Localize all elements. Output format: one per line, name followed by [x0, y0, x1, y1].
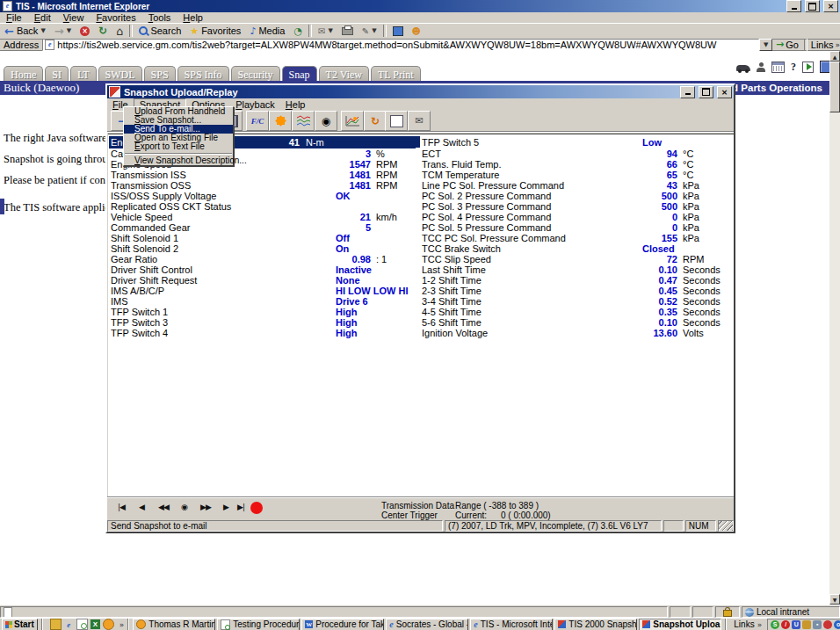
shield-icon[interactable]: U	[792, 620, 800, 629]
fc-toggle-toolbar-button[interactable]: F/C	[246, 111, 269, 131]
rewind-button[interactable]: ◀◀	[158, 503, 169, 511]
menu-tools[interactable]: Tools	[142, 12, 177, 23]
param-row-vehicle-speed[interactable]: Vehicle Speed21km/h	[109, 212, 416, 222]
task-button-procedure-for-taking-sn[interactable]: WProcedure for Taking Sn...	[301, 619, 384, 630]
task-button-tis-microsoft-internet[interactable]: eTIS - Microsoft Internet ...	[470, 619, 553, 630]
close-button[interactable]: ×	[823, 0, 838, 12]
param-row-shift-solenoid-2[interactable]: Shift Solenoid 2On	[109, 243, 416, 254]
param-row-tcc-pc-sol-pressure-command[interactable]: TCC PC Sol. Pressure Command155kPa	[416, 233, 732, 243]
param-row-tcc-brake-switch[interactable]: TCC Brake SwitchClosed	[416, 243, 732, 254]
task-button-testing-procedures[interactable]: Testing Procedures	[217, 619, 300, 630]
links-chevron-icon[interactable]: »	[835, 40, 840, 49]
scroll-down-icon[interactable]: ▼	[829, 594, 840, 605]
network-icon[interactable]: ▪	[813, 620, 822, 629]
print-button[interactable]	[337, 24, 358, 38]
start-button[interactable]: Start	[2, 619, 38, 630]
param-row-pc-sol-3-pressure-command[interactable]: PC Sol. 3 Pressure Command500kPa	[416, 201, 732, 212]
window-menu-help[interactable]: Help	[280, 99, 311, 110]
step-back-button[interactable]: ◀	[139, 503, 144, 511]
center-trigger-button[interactable]: ◉	[181, 503, 187, 511]
mail-button[interactable]: ✉▼	[314, 24, 337, 38]
help-icon[interactable]: ?	[791, 61, 796, 74]
param-row-ignition-voltage[interactable]: Ignition Voltage13.60Volts	[416, 328, 732, 338]
minimize-button[interactable]	[786, 0, 801, 12]
frame-toolbar-button[interactable]	[385, 111, 408, 131]
scroll-up-icon[interactable]: ▲	[829, 51, 840, 62]
step-forward-button[interactable]: ▶	[223, 503, 228, 511]
param-row-4-5-shift-time[interactable]: 4-5 Shift Time0.35Seconds	[416, 307, 732, 317]
seek-end-button[interactable]: ▶|	[237, 503, 244, 511]
replay-toolbar-button[interactable]: ↻	[364, 111, 387, 131]
mail-icon[interactable]	[50, 619, 62, 630]
waveform-toolbar-button[interactable]	[292, 111, 315, 131]
alert-icon[interactable]	[823, 620, 832, 629]
param-row-driver-shift-control[interactable]: Driver Shift ControlInactive	[109, 264, 416, 275]
chart-toolbar-button[interactable]	[341, 111, 364, 131]
param-row-tcm-temperature[interactable]: TCM Temperature65°C	[416, 170, 732, 180]
history-button[interactable]: ◔	[289, 24, 307, 38]
discuss-button[interactable]	[388, 24, 408, 38]
param-row-5-6-shift-time[interactable]: 5-6 Shift Time0.10Seconds	[416, 317, 732, 328]
param-row-replicated-oss-ckt-status[interactable]: Replicated OSS CKT Status	[109, 201, 416, 212]
messenger-button[interactable]: ☻	[408, 24, 425, 38]
address-input[interactable]: e https://tis2web.service.gm.com/tis2web…	[42, 39, 759, 51]
param-row-pc-sol-4-pressure-command[interactable]: PC Sol. 4 Pressure Command0kPa	[416, 212, 732, 222]
favorites-button[interactable]: ★Favorites	[185, 24, 245, 38]
scrollbar-thumb[interactable]	[829, 62, 840, 112]
task-button-thomas-r-martin-inbox[interactable]: Thomas R Martin - Inbox...	[133, 619, 215, 630]
home-button[interactable]: ⌂	[112, 24, 127, 38]
param-row-pc-sol-5-pressure-command[interactable]: PC Sol. 5 Pressure Command0kPa	[416, 222, 732, 233]
param-row-gear-ratio[interactable]: Gear Ratio0.98: 1	[109, 254, 416, 264]
menu-view[interactable]: View	[57, 12, 91, 23]
param-row-ect[interactable]: ECT94°C	[416, 148, 732, 159]
forward-arrow-button[interactable]: →▼	[50, 24, 76, 38]
menu-favorites[interactable]: Favorites	[90, 12, 141, 23]
task-button-tis-2000-snapshot-uplo[interactable]: TIS 2000 Snapshot Uplo...	[554, 619, 637, 630]
maximize-button[interactable]	[805, 0, 820, 12]
wheel-toolbar-button[interactable]: ◉	[315, 111, 337, 131]
menu-help[interactable]: Help	[177, 12, 209, 23]
ie-icon[interactable]: e	[64, 619, 74, 629]
sync-icon[interactable]: S	[771, 620, 779, 629]
monitor-icon[interactable]: o	[834, 620, 840, 629]
window-maximize-button[interactable]	[699, 86, 713, 98]
param-row-trans-fluid-temp[interactable]: Trans. Fluid Temp.66°C	[416, 159, 732, 170]
param-row-shift-solenoid-1[interactable]: Shift Solenoid 1Off	[109, 233, 416, 243]
address-dropdown-button[interactable]: ▼	[759, 39, 772, 51]
page-scrollbar[interactable]: ▲ ▼	[829, 51, 840, 605]
task-button-socrates-global-micro[interactable]: eSocrates - Global - Micro...	[386, 619, 468, 630]
param-row-tcc-slip-speed[interactable]: TCC Slip Speed72RPM	[416, 254, 732, 264]
user-icon[interactable]	[757, 62, 765, 72]
param-row-iss-oss-supply-voltage[interactable]: ISS/OSS Supply VoltageOK	[109, 191, 416, 201]
window-titlebar[interactable]: Snapshot Upload/Replay ×	[107, 85, 734, 98]
taskbar-links[interactable]: Links »	[730, 619, 765, 629]
media-button[interactable]: ♪Media	[245, 24, 289, 38]
calendar-icon[interactable]	[771, 62, 785, 73]
edit-button[interactable]: ✎▼	[358, 24, 381, 38]
window-close-button[interactable]: ×	[717, 86, 732, 98]
menu-item-export-to-text-file[interactable]: Export to Text File	[124, 142, 233, 151]
param-row-transmission-oss[interactable]: Transmission OSS1481RPM	[109, 180, 416, 191]
param-row-last-shift-time[interactable]: Last Shift Time0.10Seconds	[416, 264, 732, 275]
go-button[interactable]: → Go	[772, 39, 802, 50]
resize-grip[interactable]	[718, 520, 735, 532]
quick-launch-overflow-icon[interactable]: »	[119, 620, 125, 629]
search-doc-icon[interactable]	[76, 619, 88, 630]
param-row-driver-shift-request[interactable]: Driver Shift RequestNone	[109, 275, 416, 286]
search-button[interactable]: Search	[134, 24, 185, 38]
window-minimize-button[interactable]	[680, 86, 695, 98]
export-icon[interactable]	[802, 62, 814, 73]
record-button[interactable]	[250, 502, 263, 514]
param-row-line-pc-sol-pressure-command[interactable]: Line PC Sol. Pressure Command43kPa	[416, 180, 732, 191]
menu-file[interactable]: File	[0, 12, 28, 23]
param-row-tfp-switch-5[interactable]: TFP Switch 5Low	[416, 136, 732, 148]
back-arrow-button[interactable]: ←Back▼	[0, 24, 50, 38]
param-row-ims-a-b-c-p[interactable]: IMS A/B/C/PHI LOW LOW HI	[109, 286, 416, 296]
seek-start-button[interactable]: |◀	[118, 503, 125, 511]
fast-forward-button[interactable]: ▶▶	[200, 503, 211, 511]
param-row-tfp-switch-4[interactable]: TFP Switch 4High	[109, 328, 416, 338]
car-icon[interactable]	[736, 65, 750, 71]
email-toolbar-button[interactable]: ✉	[408, 111, 431, 131]
notes-icon[interactable]	[103, 619, 114, 630]
key-icon[interactable]	[802, 620, 811, 629]
